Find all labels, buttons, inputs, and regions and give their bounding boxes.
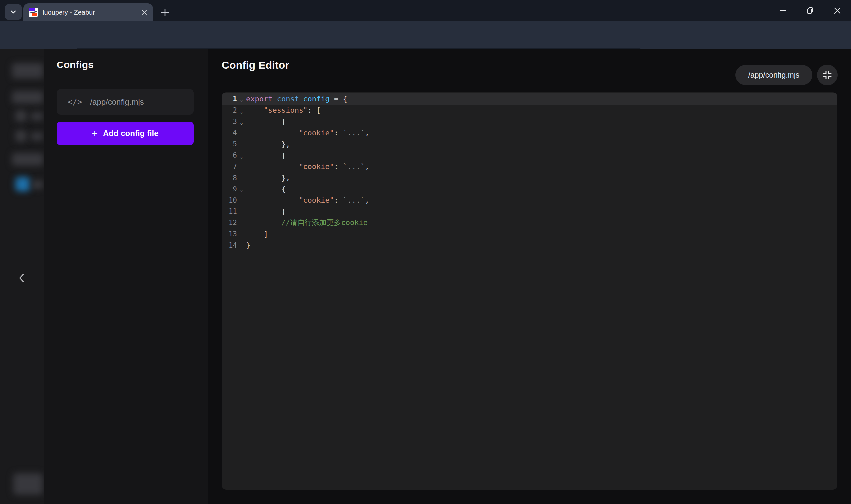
line-number: 9 (222, 185, 237, 193)
redacted-selected-service-label (32, 180, 43, 189)
code-line-6[interactable]: 6⌄ { (222, 150, 837, 161)
browser-toolbar: zeabur.com/projects/67e69330f4d95a5bf2de… (0, 21, 851, 49)
code-editor[interactable]: 1⌄export const config = {2⌄ "sessions": … (222, 92, 837, 490)
redacted-service-icon (15, 110, 26, 122)
add-config-file-label: Add config file (103, 129, 159, 138)
code-text: }, (246, 174, 290, 182)
window-controls (769, 0, 851, 21)
fold-chevron-icon[interactable]: ⌄ (237, 153, 246, 159)
window-minimize-button[interactable] (769, 0, 796, 21)
line-number: 3 (222, 118, 237, 126)
code-line-7[interactable]: 7 "cookie": `...`, (222, 161, 837, 172)
code-text: }, (246, 140, 290, 148)
close-icon (833, 6, 842, 15)
current-file-chip[interactable]: /app/config.mjs (735, 65, 812, 85)
code-line-8[interactable]: 8 }, (222, 172, 837, 183)
redacted-service-icon (15, 130, 26, 142)
code-text: //请自行添加更多cookie (246, 218, 368, 228)
code-line-11[interactable]: 11 } (222, 206, 837, 217)
tab-title: luoupery - Zeabur (42, 8, 141, 16)
code-line-14[interactable]: 14} (222, 240, 837, 251)
zeabur-page: Configs </> /app/config.mjs + Add config… (0, 49, 851, 504)
line-number: 12 (222, 219, 237, 227)
code-text: "cookie": `...`, (246, 196, 369, 204)
code-text: "sessions": [ (246, 106, 321, 114)
config-editor-title: Config Editor (222, 59, 289, 71)
editor-fullscreen-toggle-button[interactable] (817, 65, 838, 86)
fold-chevron-icon[interactable]: ⌄ (237, 108, 246, 114)
new-tab-button[interactable] (159, 7, 171, 19)
code-file-icon: </> (68, 97, 82, 107)
line-number: 7 (222, 163, 237, 170)
sidebar-collapse-button[interactable] (16, 271, 27, 285)
zeabur-favicon (29, 8, 38, 17)
line-number: 6 (222, 151, 237, 159)
code-line-9[interactable]: 9⌄ { (222, 183, 837, 195)
line-number: 13 (222, 230, 237, 238)
code-line-13[interactable]: 13 ] (222, 228, 837, 240)
configs-panel-title: Configs (56, 59, 94, 71)
code-line-2[interactable]: 2⌄ "sessions": [ (222, 105, 837, 116)
code-line-3[interactable]: 3⌄ { (222, 116, 837, 127)
redacted-footer-item (13, 473, 42, 495)
code-text: { (246, 118, 286, 126)
redacted-service-label (31, 132, 43, 140)
redacted-service-label (31, 112, 43, 120)
line-number: 8 (222, 174, 237, 182)
redacted-sidebar-item (12, 91, 43, 104)
code-text: { (246, 151, 286, 160)
line-number: 4 (222, 129, 237, 137)
browser-tab-active[interactable]: luoupery - Zeabur (23, 3, 153, 21)
code-text: { (246, 185, 286, 193)
code-line-4[interactable]: 4 "cookie": `...`, (222, 127, 837, 139)
chevron-down-icon (10, 8, 17, 16)
configs-panel: Configs </> /app/config.mjs + Add config… (44, 49, 209, 504)
add-config-file-button[interactable]: + Add config file (56, 122, 194, 145)
tab-search-button[interactable] (5, 4, 22, 20)
code-text: ] (246, 230, 268, 238)
code-text: } (246, 241, 250, 249)
code-line-12[interactable]: 12 //请自行添加更多cookie (222, 217, 837, 228)
config-file-path: /app/config.mjs (90, 97, 144, 107)
fold-chevron-icon[interactable]: ⌄ (237, 97, 246, 103)
app-sidebar (0, 49, 44, 504)
window-close-button[interactable] (824, 0, 851, 21)
config-file-item[interactable]: </> /app/config.mjs (56, 89, 194, 115)
code-text: "cookie": `...`, (246, 162, 369, 170)
line-number: 10 (222, 197, 237, 204)
code-text: "cookie": `...`, (246, 129, 369, 137)
chevron-left-icon (18, 273, 25, 283)
compress-icon (823, 71, 832, 80)
redacted-selected-service-icon (15, 177, 30, 192)
code-text: } (246, 208, 286, 216)
fold-chevron-icon[interactable]: ⌄ (237, 120, 246, 126)
code-lines: 1⌄export const config = {2⌄ "sessions": … (222, 93, 837, 251)
line-number: 5 (222, 140, 237, 148)
redacted-project-name (12, 63, 43, 78)
code-text: export const config = { (246, 95, 347, 103)
line-number: 14 (222, 241, 237, 249)
tab-close-icon[interactable] (141, 9, 148, 16)
line-number: 2 (222, 106, 237, 114)
redacted-sidebar-item (12, 153, 43, 165)
plus-icon (161, 8, 169, 17)
code-line-1[interactable]: 1⌄export const config = { (222, 93, 837, 105)
window-restore-button[interactable] (796, 0, 824, 21)
minimize-icon (779, 6, 787, 15)
code-line-10[interactable]: 10 "cookie": `...`, (222, 195, 837, 206)
line-number: 1 (222, 95, 237, 103)
line-number: 11 (222, 208, 237, 215)
browser-tabbar: luoupery - Zeabur (0, 0, 851, 21)
code-line-5[interactable]: 5 }, (222, 138, 837, 150)
fold-chevron-icon[interactable]: ⌄ (237, 187, 246, 193)
plus-icon: + (92, 128, 98, 138)
restore-icon (806, 6, 814, 15)
